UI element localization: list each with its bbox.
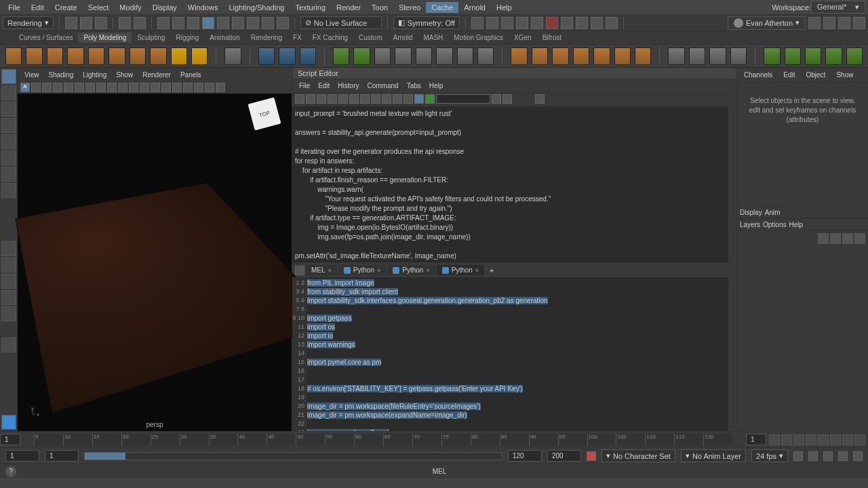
lasso-tool[interactable] [1, 85, 16, 100]
layout-tool[interactable] [1, 274, 16, 289]
shelf-icon[interactable] [224, 47, 241, 65]
select-mode-icon[interactable] [157, 17, 170, 29]
anim-layer-dropdown[interactable]: ▾No Anim Layer [681, 449, 746, 462]
layout-icon[interactable] [853, 17, 865, 29]
range-start[interactable]: 1 [45, 450, 79, 462]
save-scene-icon[interactable] [95, 17, 107, 29]
vp-menu-lighting[interactable]: Lighting [79, 70, 111, 80]
shelf-tab[interactable]: MASH [418, 33, 448, 43]
vp-icon[interactable] [161, 83, 171, 92]
step-forward-icon[interactable] [842, 434, 853, 445]
prev-key-icon[interactable] [793, 434, 804, 445]
snap-point-icon[interactable] [247, 17, 259, 29]
workspace-selector[interactable]: General*▾ [811, 1, 865, 14]
menu-edit[interactable]: Edit [26, 2, 50, 13]
viewport[interactable]: TOP y└ x persp [18, 94, 292, 431]
snap-grid-icon[interactable] [217, 17, 229, 29]
snap-plane-icon[interactable] [262, 17, 274, 29]
ch-tab[interactable]: Object [802, 70, 830, 80]
shelf-icon[interactable] [593, 47, 610, 65]
shelf-tab[interactable]: Animation [204, 33, 245, 43]
se-icon[interactable] [317, 94, 326, 104]
symmetry-dropdown[interactable]: ◧Symmetry: Off [393, 16, 460, 29]
layout-icon[interactable] [823, 17, 835, 29]
se-execute-all-icon[interactable] [425, 94, 435, 104]
undo-icon[interactable] [119, 17, 131, 29]
se-icon[interactable] [338, 94, 348, 104]
vp-icon[interactable] [53, 83, 62, 92]
anim-end[interactable]: 200 [547, 450, 581, 462]
ch-tab[interactable]: Edit [779, 70, 799, 80]
shelf-icon[interactable] [552, 47, 568, 65]
se-icon[interactable] [295, 94, 304, 104]
menu-texturing[interactable]: Texturing [290, 2, 331, 13]
range-icon[interactable] [823, 451, 833, 461]
pause-icon[interactable] [606, 17, 618, 29]
menu-lighting[interactable]: Lighting/Shading [223, 2, 290, 13]
vp-icon[interactable] [31, 83, 41, 92]
vp-menu-panels[interactable]: Panels [176, 70, 205, 80]
layout-tool[interactable] [1, 306, 16, 321]
script-editor-code[interactable]: 1 2 3 4 5 6 7 8 9 10 11 12 13 14 15 16 1… [292, 277, 736, 431]
shelf-icon[interactable] [668, 47, 684, 65]
shelf-tab[interactable]: Motion Graphics [448, 33, 509, 43]
shelf-icon[interactable] [614, 47, 631, 65]
poly-disc-icon[interactable] [130, 47, 146, 65]
code-area[interactable]: from PIL import Image from stability_sdk… [307, 277, 736, 431]
shelf-icon[interactable] [573, 47, 589, 65]
view-cube[interactable]: TOP [248, 98, 281, 131]
vp-icon[interactable] [205, 83, 214, 92]
se-icon[interactable] [492, 94, 501, 104]
scrollbar[interactable] [728, 277, 736, 431]
shelf-tab[interactable]: FX Caching [307, 33, 353, 43]
select-tool[interactable] [1, 69, 16, 84]
vp-icon[interactable] [107, 83, 117, 92]
shelf-icon[interactable] [374, 47, 391, 65]
se-menu-help[interactable]: Help [425, 81, 448, 91]
vp-icon[interactable] [216, 83, 225, 92]
se-icon[interactable] [502, 94, 512, 104]
vp-icon[interactable] [118, 83, 127, 92]
layer-icon[interactable] [830, 233, 841, 244]
shelf-icon[interactable] [258, 47, 275, 65]
character-set-dropdown[interactable]: ▾No Character Set [601, 449, 675, 462]
snap-icon[interactable] [202, 17, 214, 29]
shelf-tab[interactable]: Bifrost [537, 33, 567, 43]
layer-tab[interactable]: Anim [765, 209, 781, 216]
range-icon[interactable] [808, 451, 818, 461]
new-scene-icon[interactable] [65, 17, 77, 29]
shelf-icon[interactable] [511, 47, 527, 65]
vp-icon[interactable] [129, 83, 138, 92]
toolbar-icon[interactable] [561, 17, 573, 29]
fps-dropdown[interactable]: 24 fps▾ [751, 449, 788, 462]
shelf-tab[interactable]: Curves / Surfaces [14, 33, 78, 43]
range-icon[interactable] [838, 451, 848, 461]
se-icon[interactable] [382, 94, 391, 104]
shelf-icon[interactable] [457, 47, 473, 65]
se-menu-file[interactable]: File [295, 81, 314, 91]
se-search-field[interactable] [436, 94, 490, 104]
se-menu-tabs[interactable]: Tabs [403, 81, 425, 91]
shelf-tab[interactable]: FX [288, 33, 307, 43]
shelf-icon[interactable] [635, 47, 651, 65]
toolbar-icon[interactable] [576, 17, 588, 29]
scrollbar[interactable] [728, 106, 736, 262]
se-icon[interactable] [535, 94, 545, 104]
poly-sphere-icon[interactable] [5, 47, 22, 65]
layer-icon[interactable] [818, 233, 829, 244]
ch-tab[interactable]: Show [832, 70, 857, 80]
shelf-tab[interactable]: Arnold [387, 33, 418, 43]
menu-cache[interactable]: Cache [426, 2, 458, 13]
shelf-icon[interactable] [846, 47, 863, 65]
vp-icon[interactable] [151, 83, 160, 92]
shelf-tab[interactable]: Custom [353, 33, 387, 43]
anim-start[interactable]: 1 [5, 450, 39, 462]
vp-menu-view[interactable]: View [20, 70, 43, 80]
vp-icon[interactable] [42, 83, 52, 92]
layout-tool[interactable] [1, 290, 16, 305]
toolbar-icon[interactable] [471, 17, 484, 29]
search-tool[interactable] [1, 338, 16, 352]
shelf-icon[interactable] [785, 47, 801, 65]
layout-tool[interactable] [1, 241, 16, 256]
se-menu-history[interactable]: History [334, 81, 363, 91]
